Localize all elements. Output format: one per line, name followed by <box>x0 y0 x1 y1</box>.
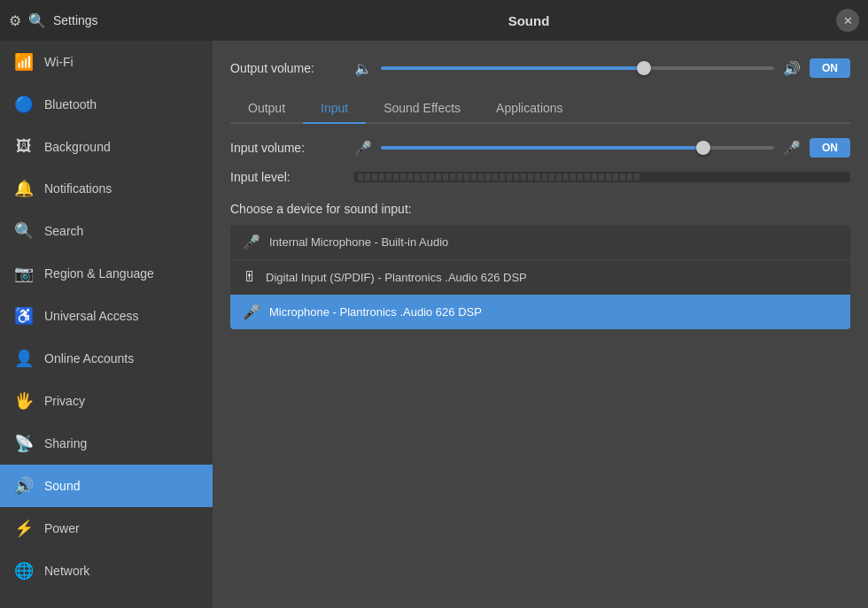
level-bar <box>613 173 618 181</box>
sidebar-item-universal-access[interactable]: ♿ Universal Access <box>0 295 213 337</box>
level-bar <box>528 173 533 181</box>
level-bar <box>577 173 583 181</box>
wifi-icon: 📶 <box>14 52 34 72</box>
level-bar <box>471 173 477 181</box>
level-bar <box>450 173 455 181</box>
microphone-icon: 🎤 <box>243 304 260 320</box>
system-icon[interactable]: ⚙ <box>9 12 21 29</box>
sidebar-item-label: Bluetooth <box>44 97 97 112</box>
sidebar-item-privacy[interactable]: 🖐 Privacy <box>0 380 213 422</box>
search-icon[interactable]: 🔍 <box>28 12 46 29</box>
tab-applications[interactable]: Applications <box>478 94 581 124</box>
input-volume-row: Input volume: 🎤 🎤 ON <box>230 138 850 158</box>
level-bar <box>535 173 540 181</box>
level-bar <box>429 173 434 181</box>
background-icon: 🖼 <box>14 137 34 156</box>
level-bar <box>592 173 597 181</box>
level-bar <box>485 173 491 181</box>
device-list: 🎤 Internal Microphone - Built-in Audio 🎚… <box>230 225 850 329</box>
level-bar <box>379 173 384 181</box>
input-toggle-button[interactable]: ON <box>810 138 850 158</box>
sidebar-item-sharing[interactable]: 📡 Sharing <box>0 422 213 465</box>
notifications-icon: 🔔 <box>14 179 34 198</box>
input-level-meter <box>354 172 850 182</box>
sidebar-item-sound[interactable]: 🔊 Sound <box>0 465 213 507</box>
sidebar-item-bluetooth[interactable]: 🔵 Bluetooth <box>0 83 213 126</box>
sidebar-item-label: Universal Access <box>44 309 139 323</box>
level-bar <box>457 173 462 181</box>
level-bar <box>407 173 413 181</box>
level-bar <box>620 173 625 181</box>
level-bar <box>627 173 632 181</box>
level-bar <box>386 173 391 181</box>
level-bar <box>492 173 498 181</box>
output-volume-slider[interactable] <box>381 66 774 70</box>
window-title: Sound <box>221 13 836 28</box>
sidebar-item-network[interactable]: 🌐 Network <box>0 550 213 592</box>
sharing-icon: 📡 <box>14 434 34 453</box>
device-item-internal-mic[interactable]: 🎤 Internal Microphone - Built-in Audio <box>230 225 850 260</box>
titlebar-left: ⚙ 🔍 Settings <box>9 12 221 29</box>
device-list-title: Choose a device for sound input: <box>230 202 850 216</box>
sidebar-item-label: Sound <box>44 479 80 493</box>
output-volume-row: Output volume: 🔈 🔊 ON <box>230 58 850 78</box>
tab-input[interactable]: Input <box>303 94 366 124</box>
sidebar-item-background[interactable]: 🖼 Background <box>0 126 213 167</box>
internal-mic-icon: 🎤 <box>243 234 260 250</box>
content-area: Output volume: 🔈 🔊 ON Output Input Sound… <box>213 41 868 608</box>
tab-sound-effects[interactable]: Sound Effects <box>366 94 478 124</box>
titlebar: ⚙ 🔍 Settings Sound ✕ <box>0 0 868 41</box>
sidebar-item-search[interactable]: 🔍 Search <box>0 210 213 252</box>
output-toggle-button[interactable]: ON <box>810 58 850 78</box>
level-bar <box>563 173 569 181</box>
volume-high-icon: 🔊 <box>783 60 801 77</box>
sidebar-item-label: Notifications <box>44 181 112 196</box>
tabs-bar: Output Input Sound Effects Applications <box>230 94 850 124</box>
sidebar-item-label: Privacy <box>44 394 85 408</box>
device-item-label: Microphone - Plantronics .Audio 626 DSP <box>269 305 482 319</box>
device-item-label: Internal Microphone - Built-in Audio <box>269 235 448 249</box>
power-icon: ⚡ <box>14 519 34 538</box>
input-volume-slider[interactable] <box>381 146 774 150</box>
mic-high-icon: 🎤 <box>783 140 801 157</box>
level-bar <box>415 173 420 181</box>
tab-output[interactable]: Output <box>230 94 303 124</box>
app-name: Settings <box>53 13 98 27</box>
level-bar <box>422 173 427 181</box>
device-item-label: Digital Input (S/PDIF) - Plantronics .Au… <box>266 271 527 284</box>
sidebar-item-label: Region & Language <box>44 266 154 281</box>
volume-low-icon: 🔈 <box>354 60 372 77</box>
sidebar-item-online-accounts[interactable]: 👤 Online Accounts <box>0 337 213 380</box>
search-nav-icon: 🔍 <box>14 221 34 241</box>
sidebar-item-label: Network <box>44 564 89 578</box>
sidebar-item-label: Online Accounts <box>44 351 134 366</box>
privacy-icon: 🖐 <box>14 391 34 411</box>
level-bar <box>500 173 505 181</box>
level-bar <box>443 173 448 181</box>
sound-icon: 🔊 <box>14 476 34 496</box>
level-bar <box>606 173 611 181</box>
sidebar: 📶 Wi-Fi 🔵 Bluetooth 🖼 Background 🔔 Notif… <box>0 41 213 608</box>
level-bar <box>393 173 399 181</box>
device-item-microphone[interactable]: 🎤 Microphone - Plantronics .Audio 626 DS… <box>230 295 850 329</box>
level-bar <box>585 173 590 181</box>
level-bar <box>400 173 406 181</box>
sidebar-item-wifi[interactable]: 📶 Wi-Fi <box>0 41 213 83</box>
level-bar <box>358 173 363 181</box>
mic-low-icon: 🎤 <box>354 140 372 157</box>
sidebar-item-label: Wi-Fi <box>44 55 74 69</box>
network-icon: 🌐 <box>14 561 34 581</box>
level-bar <box>464 173 469 181</box>
sidebar-item-label: Sharing <box>44 436 87 450</box>
sidebar-item-label: Search <box>44 224 83 238</box>
device-item-digital-input[interactable]: 🎚 Digital Input (S/PDIF) - Plantronics .… <box>230 260 850 295</box>
level-bar <box>599 173 604 181</box>
sidebar-item-power[interactable]: ⚡ Power <box>0 507 213 550</box>
level-bar <box>365 173 370 181</box>
level-bar <box>634 173 639 181</box>
sidebar-item-label: Power <box>44 521 80 535</box>
sidebar-item-region-language[interactable]: 📷 Region & Language <box>0 252 213 295</box>
input-level-row: Input level: <box>230 170 850 184</box>
sidebar-item-notifications[interactable]: 🔔 Notifications <box>0 167 213 210</box>
close-button[interactable]: ✕ <box>836 9 859 32</box>
